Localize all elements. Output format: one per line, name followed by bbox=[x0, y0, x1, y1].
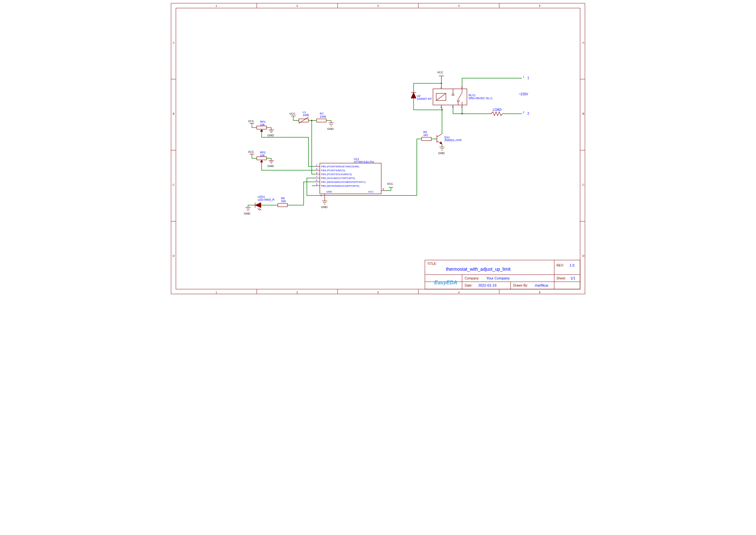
inner-border bbox=[176, 8, 580, 289]
rp2-val: 10k bbox=[260, 154, 265, 157]
rp1-val: 10k bbox=[260, 123, 265, 126]
company-val: Your Company bbox=[486, 276, 510, 280]
svg-text:7: 7 bbox=[316, 175, 318, 178]
svg-text:PB2 (SCK/ADC1/T0/PCINT2): PB2 (SCK/ADC1/T0/PCINT2) bbox=[321, 177, 355, 180]
rly1: 1 2 4 5 3 RLY1 SRD-05VDC-SL-C bbox=[433, 86, 493, 109]
led-branch: GND LED1 LED-0603_R R6 330 bbox=[244, 182, 315, 215]
row-C-r: C bbox=[582, 183, 585, 186]
l1: VCC L1 100k bbox=[289, 110, 312, 124]
svg-text:GND: GND bbox=[321, 206, 328, 209]
svg-text:VCC: VCC bbox=[368, 190, 374, 193]
svg-text:GND: GND bbox=[326, 190, 332, 193]
conn2-lbl: 2 bbox=[528, 112, 529, 115]
svg-text:8: 8 bbox=[382, 188, 384, 191]
svg-marker-73 bbox=[260, 160, 263, 162]
col-1-bot: 1 bbox=[215, 291, 217, 294]
r6-val: 330 bbox=[281, 200, 286, 203]
date-lbl: Date: bbox=[465, 284, 472, 287]
svg-text:VCC: VCC bbox=[248, 150, 255, 154]
conn1-lbl: 1 bbox=[528, 76, 529, 80]
svg-point-121 bbox=[452, 94, 454, 96]
svg-point-149 bbox=[462, 113, 463, 114]
rev-lbl: REV: bbox=[557, 264, 564, 267]
col-3-top: 3 bbox=[377, 4, 378, 8]
u2: U2 1N4007 M7 bbox=[411, 83, 442, 110]
row-D-l: D bbox=[173, 254, 175, 258]
svg-text:2: 2 bbox=[316, 171, 318, 174]
r7-val: 100k bbox=[320, 115, 326, 118]
col-5-top: 5 bbox=[539, 4, 540, 8]
svg-rect-65 bbox=[257, 157, 266, 160]
u11: U11 ATTINY13A-PU 1PB5 (PCINT5/RESET/ADC0… bbox=[315, 157, 386, 199]
load: LOAD bbox=[491, 108, 522, 116]
u11-gnd: GND bbox=[321, 199, 328, 209]
easyeda-logo: EasyEDA bbox=[434, 280, 457, 285]
row-D-r: D bbox=[582, 254, 585, 258]
outer-border bbox=[171, 3, 585, 294]
svg-rect-101 bbox=[278, 204, 287, 207]
row-A-r: A bbox=[582, 41, 584, 44]
conn2-pin: 2 bbox=[523, 111, 525, 114]
svg-rect-83 bbox=[317, 119, 326, 122]
row-A-l: A bbox=[173, 41, 175, 44]
row-B-l: B bbox=[173, 112, 175, 115]
l1-val: 100k bbox=[303, 113, 309, 117]
svg-text:GND: GND bbox=[267, 164, 274, 168]
row-B-r: B bbox=[582, 112, 584, 115]
led1-val: LED-0603_R bbox=[258, 198, 275, 201]
svg-text:VCC: VCC bbox=[387, 182, 394, 185]
svg-text:PB3 (PCINT3/CLKI/ADC3): PB3 (PCINT3/CLKI/ADC3) bbox=[321, 173, 352, 176]
svg-line-79 bbox=[299, 117, 309, 124]
rly1-val: SRD-05VDC-SL-C bbox=[469, 97, 493, 100]
col-1-top: 1 bbox=[215, 4, 217, 8]
svg-text:3: 3 bbox=[316, 167, 318, 170]
rp1: VCC GND RP1 10k bbox=[248, 120, 274, 137]
date-val: 2022-01-19 bbox=[478, 283, 496, 287]
svg-text:GND: GND bbox=[438, 152, 445, 155]
sheet-lbl: Sheet: bbox=[557, 276, 566, 280]
svg-text:PB5 (PCINT5/RESET/ADC0/dW): PB5 (PCINT5/RESET/ADC0/dW) bbox=[321, 165, 359, 168]
r5: R5 1k2 bbox=[422, 130, 437, 141]
svg-text:PB0 (MOSI/AIN0/OC0A/PCINT0): PB0 (MOSI/AIN0/OC0A/PCINT0) bbox=[321, 184, 359, 187]
svg-point-125 bbox=[457, 100, 459, 102]
col-4-bot: 4 bbox=[458, 291, 460, 294]
company-lbl: Company: bbox=[465, 276, 479, 280]
svg-text:GND: GND bbox=[244, 212, 251, 215]
schematic-svg: 1 2 3 4 5 1 2 3 4 5 A B C D A B C D U11 … bbox=[168, 0, 588, 297]
sheet-val: 1/1 bbox=[570, 276, 575, 280]
q11-val: 2N5551-AT/P bbox=[444, 139, 462, 142]
r5-val: 1k2 bbox=[423, 133, 428, 137]
svg-line-107 bbox=[437, 134, 442, 137]
u11-val: ATTINY13A-PU bbox=[354, 160, 374, 163]
svg-rect-104 bbox=[422, 137, 431, 141]
title-block: TITLE: thermostat_with_adjust_up_limit R… bbox=[425, 260, 580, 289]
conn1-pin: 1 bbox=[523, 75, 525, 78]
r7: R7 100k GND bbox=[312, 112, 334, 130]
svg-text:PB1 (MISO/AIN1/OC0B/INT0/PCINT: PB1 (MISO/AIN1/OC0B/INT0/PCINT1) bbox=[321, 181, 366, 183]
svg-text:5: 5 bbox=[316, 183, 318, 186]
u2-val: 1N4007 M7 bbox=[417, 97, 432, 100]
svg-text:5: 5 bbox=[452, 106, 454, 109]
drawn-val: marfikus bbox=[535, 283, 548, 287]
col-labels: 1 2 3 4 5 1 2 3 4 5 bbox=[215, 3, 540, 294]
svg-marker-109 bbox=[440, 142, 442, 144]
svg-text:6: 6 bbox=[316, 179, 318, 182]
svg-text:PB4 (PCINT4/ADC2): PB4 (PCINT4/ADC2) bbox=[321, 169, 345, 172]
rev-val: 1.0 bbox=[569, 263, 574, 267]
u11-vcc: VCC bbox=[386, 182, 394, 191]
col-3-bot: 3 bbox=[377, 291, 378, 294]
svg-text:2: 2 bbox=[461, 86, 463, 89]
load-label: LOAD bbox=[493, 108, 501, 111]
svg-marker-146 bbox=[411, 92, 416, 98]
svg-marker-97 bbox=[255, 203, 261, 208]
svg-text:VCC: VCC bbox=[289, 112, 296, 115]
title-lbl: TITLE: bbox=[427, 262, 437, 266]
col-5-bot: 5 bbox=[539, 291, 540, 294]
drawn-lbl: Drawn By: bbox=[513, 284, 528, 287]
svg-rect-78 bbox=[299, 119, 309, 122]
mains-label: ~220V bbox=[519, 92, 529, 96]
svg-line-119 bbox=[436, 93, 446, 100]
svg-text:1: 1 bbox=[316, 163, 318, 166]
svg-rect-117 bbox=[433, 89, 467, 105]
title-val: thermostat_with_adjust_up_limit bbox=[446, 267, 511, 272]
